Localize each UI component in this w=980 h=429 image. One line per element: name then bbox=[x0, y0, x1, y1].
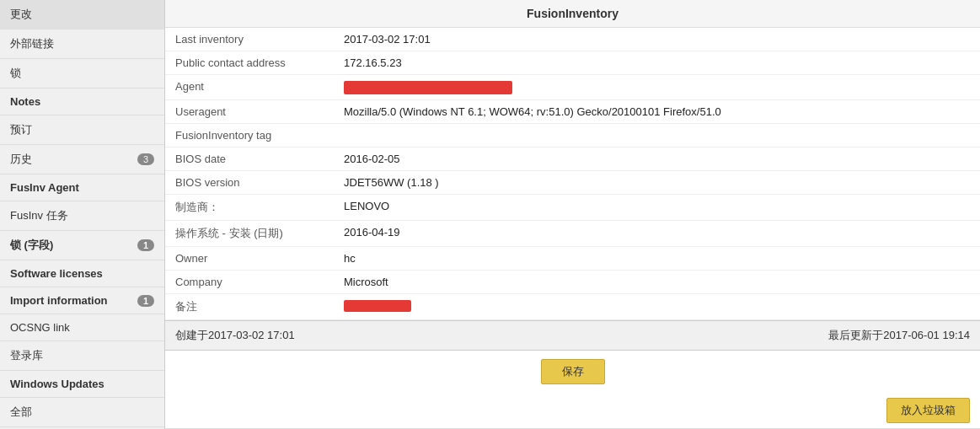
sidebar-item-reservation[interactable]: 预订 bbox=[0, 115, 164, 145]
field-label-manufacturer: 制造商： bbox=[165, 194, 334, 220]
table-row-fusinventory-tag: FusionInventory tag bbox=[165, 123, 980, 147]
field-value-fusinventory-tag bbox=[334, 123, 980, 147]
field-label-fusinventory-tag: FusionInventory tag bbox=[165, 123, 334, 147]
sidebar-label-notes: Notes bbox=[10, 95, 40, 108]
section-title: FusionInventory bbox=[165, 0, 980, 28]
sidebar-badge-lock-field: 1 bbox=[137, 239, 154, 251]
sidebar: 更改外部链接锁Notes预订历史3FusInv AgentFusInv 任务锁 … bbox=[0, 0, 165, 429]
field-label-bios-version: BIOS version bbox=[165, 170, 334, 194]
field-label-public-contact: Public contact address bbox=[165, 51, 334, 75]
sidebar-badge-history: 3 bbox=[137, 153, 154, 165]
sidebar-label-registry: 登录库 bbox=[10, 348, 43, 363]
sidebar-badge-import-information: 1 bbox=[137, 295, 154, 307]
field-value-bios-date: 2016-02-05 bbox=[334, 147, 980, 170]
info-table: Last inventory2017-03-02 17:01Public con… bbox=[165, 28, 980, 320]
sidebar-item-lock-field[interactable]: 锁 (字段)1 bbox=[0, 231, 164, 260]
field-value-owner: hc bbox=[334, 246, 980, 270]
sidebar-item-fusinv-agent[interactable]: FusInv Agent bbox=[0, 174, 164, 201]
field-value-remarks bbox=[334, 293, 980, 319]
main-content: FusionInventory Last inventory2017-03-02… bbox=[165, 0, 980, 429]
sidebar-item-all[interactable]: 全部 bbox=[0, 398, 164, 427]
sidebar-label-lock: 锁 bbox=[10, 66, 21, 81]
field-value-public-contact: 172.16.5.23 bbox=[334, 51, 980, 75]
table-row-agent: Agent bbox=[165, 75, 980, 100]
sidebar-item-windows-updates[interactable]: Windows Updates bbox=[0, 371, 164, 398]
field-value-os-install-date: 2016-04-19 bbox=[334, 220, 980, 246]
sidebar-item-registry[interactable]: 登录库 bbox=[0, 341, 164, 371]
redacted-bar-agent bbox=[344, 81, 512, 94]
sidebar-label-import-information: Import information bbox=[10, 294, 108, 307]
sidebar-item-fusinv-task[interactable]: FusInv 任务 bbox=[0, 201, 164, 231]
trash-button[interactable]: 放入垃圾箱 bbox=[886, 398, 970, 423]
field-label-useragent: Useragent bbox=[165, 99, 334, 123]
bottom-row: 放入垃圾箱 bbox=[165, 393, 980, 428]
sidebar-label-windows-updates: Windows Updates bbox=[10, 378, 104, 390]
field-label-agent: Agent bbox=[165, 75, 334, 100]
sidebar-label-all: 全部 bbox=[10, 405, 32, 420]
redacted-bar-sm-remarks bbox=[344, 300, 411, 312]
table-row-remarks: 备注 bbox=[165, 293, 980, 319]
field-label-company: Company bbox=[165, 270, 334, 293]
save-button[interactable]: 保存 bbox=[541, 359, 605, 384]
sidebar-item-lock[interactable]: 锁 bbox=[0, 59, 164, 88]
field-label-os-install-date: 操作系统 - 安装 (日期) bbox=[165, 220, 334, 246]
table-row-os-install-date: 操作系统 - 安装 (日期)2016-04-19 bbox=[165, 220, 980, 246]
table-row-last-inventory: Last inventory2017-03-02 17:01 bbox=[165, 28, 980, 51]
sidebar-item-import-information[interactable]: Import information1 bbox=[0, 287, 164, 314]
field-value-last-inventory: 2017-03-02 17:01 bbox=[334, 28, 980, 51]
field-label-owner: Owner bbox=[165, 246, 334, 270]
action-row: 保存 bbox=[165, 351, 980, 393]
sidebar-item-history[interactable]: 历史3 bbox=[0, 145, 164, 174]
field-value-company: Microsoft bbox=[334, 270, 980, 293]
sidebar-label-change: 更改 bbox=[10, 7, 32, 22]
field-label-remarks: 备注 bbox=[165, 293, 334, 319]
sidebar-label-lock-field: 锁 (字段) bbox=[10, 238, 53, 253]
sidebar-item-software-licenses[interactable]: Software licenses bbox=[0, 260, 164, 287]
table-row-bios-date: BIOS date2016-02-05 bbox=[165, 147, 980, 170]
table-row-manufacturer: 制造商：LENOVO bbox=[165, 194, 980, 220]
field-value-manufacturer: LENOVO bbox=[334, 194, 980, 220]
table-row-public-contact: Public contact address172.16.5.23 bbox=[165, 51, 980, 75]
sidebar-label-reservation: 预订 bbox=[10, 122, 32, 137]
sidebar-item-external-link[interactable]: 外部链接 bbox=[0, 29, 164, 59]
footer-row: 创建于2017-03-02 17:01 最后更新于2017-06-01 19:1… bbox=[165, 320, 980, 351]
field-value-agent bbox=[334, 75, 980, 100]
updated-label: 最后更新于2017-06-01 19:14 bbox=[828, 328, 970, 343]
table-row-company: CompanyMicrosoft bbox=[165, 270, 980, 293]
field-value-bios-version: JDET56WW (1.18 ) bbox=[334, 170, 980, 194]
sidebar-label-software-licenses: Software licenses bbox=[10, 267, 103, 280]
field-label-last-inventory: Last inventory bbox=[165, 28, 334, 51]
sidebar-item-notes[interactable]: Notes bbox=[0, 88, 164, 115]
sidebar-label-fusinv-agent: FusInv Agent bbox=[10, 181, 79, 194]
field-value-useragent: Mozilla/5.0 (Windows NT 6.1; WOW64; rv:5… bbox=[334, 99, 980, 123]
sidebar-item-ocsng-link[interactable]: OCSNG link bbox=[0, 314, 164, 341]
sidebar-item-change[interactable]: 更改 bbox=[0, 0, 164, 29]
sidebar-label-history: 历史 bbox=[10, 152, 32, 167]
table-row-owner: Ownerhc bbox=[165, 246, 980, 270]
sidebar-label-fusinv-task: FusInv 任务 bbox=[10, 208, 68, 223]
table-row-bios-version: BIOS versionJDET56WW (1.18 ) bbox=[165, 170, 980, 194]
table-row-useragent: UseragentMozilla/5.0 (Windows NT 6.1; WO… bbox=[165, 99, 980, 123]
field-label-bios-date: BIOS date bbox=[165, 147, 334, 170]
sidebar-label-ocsng-link: OCSNG link bbox=[10, 321, 70, 334]
created-label: 创建于2017-03-02 17:01 bbox=[175, 328, 295, 343]
sidebar-label-external-link: 外部链接 bbox=[10, 36, 54, 51]
